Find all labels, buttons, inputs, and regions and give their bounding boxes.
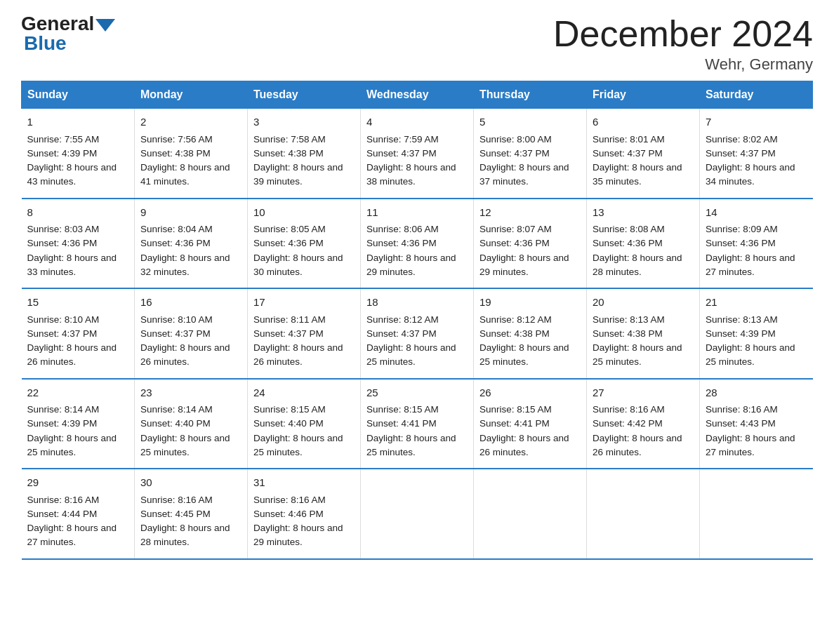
- col-header-sunday: Sunday: [22, 81, 135, 109]
- day-number: 2: [140, 114, 241, 130]
- col-header-saturday: Saturday: [700, 81, 813, 109]
- day-number: 1: [27, 114, 129, 130]
- day-number: 6: [593, 114, 694, 130]
- calendar-week-row: 22Sunrise: 8:14 AMSunset: 4:39 PMDayligh…: [22, 379, 813, 469]
- calendar-cell: 15Sunrise: 8:10 AMSunset: 4:37 PMDayligh…: [22, 288, 135, 379]
- calendar-cell: 26Sunrise: 8:15 AMSunset: 4:41 PMDayligh…: [474, 379, 587, 469]
- calendar-cell: [474, 469, 587, 559]
- calendar-cell: 28Sunrise: 8:16 AMSunset: 4:43 PMDayligh…: [700, 379, 813, 469]
- day-number: 16: [140, 295, 241, 311]
- day-number: 9: [140, 205, 241, 221]
- day-number: 19: [479, 295, 581, 311]
- calendar-cell: 23Sunrise: 8:14 AMSunset: 4:40 PMDayligh…: [135, 379, 248, 469]
- day-number: 29: [27, 475, 129, 491]
- day-number: 5: [479, 114, 581, 130]
- day-number: 21: [706, 295, 807, 311]
- calendar-header-row: SundayMondayTuesdayWednesdayThursdayFrid…: [22, 81, 813, 109]
- calendar-cell: 17Sunrise: 8:11 AMSunset: 4:37 PMDayligh…: [248, 288, 361, 379]
- page-header: General Blue December 2024 Wehr, Germany: [21, 14, 813, 74]
- calendar-cell: 5Sunrise: 8:00 AMSunset: 4:37 PMDaylight…: [474, 109, 587, 199]
- calendar-cell: 4Sunrise: 7:59 AMSunset: 4:37 PMDaylight…: [361, 109, 474, 199]
- col-header-tuesday: Tuesday: [248, 81, 361, 109]
- calendar-cell: 31Sunrise: 8:16 AMSunset: 4:46 PMDayligh…: [248, 469, 361, 559]
- calendar-cell: 11Sunrise: 8:06 AMSunset: 4:36 PMDayligh…: [361, 199, 474, 289]
- calendar-cell: 30Sunrise: 8:16 AMSunset: 4:45 PMDayligh…: [135, 469, 248, 559]
- day-number: 25: [366, 385, 468, 401]
- day-number: 24: [253, 385, 355, 401]
- calendar-cell: 8Sunrise: 8:03 AMSunset: 4:36 PMDaylight…: [22, 199, 135, 289]
- calendar-cell: 7Sunrise: 8:02 AMSunset: 4:37 PMDaylight…: [700, 109, 813, 199]
- calendar-cell: 29Sunrise: 8:16 AMSunset: 4:44 PMDayligh…: [22, 469, 135, 559]
- day-number: 11: [366, 205, 468, 221]
- day-number: 12: [479, 205, 581, 221]
- day-number: 17: [253, 295, 355, 311]
- calendar-cell: 22Sunrise: 8:14 AMSunset: 4:39 PMDayligh…: [22, 379, 135, 469]
- calendar-cell: 13Sunrise: 8:08 AMSunset: 4:36 PMDayligh…: [587, 199, 700, 289]
- calendar-cell: 24Sunrise: 8:15 AMSunset: 4:40 PMDayligh…: [248, 379, 361, 469]
- calendar-cell: 16Sunrise: 8:10 AMSunset: 4:37 PMDayligh…: [135, 288, 248, 379]
- calendar-week-row: 8Sunrise: 8:03 AMSunset: 4:36 PMDaylight…: [22, 199, 813, 289]
- calendar-cell: 19Sunrise: 8:12 AMSunset: 4:38 PMDayligh…: [474, 288, 587, 379]
- day-number: 4: [366, 114, 468, 130]
- logo-blue-text: Blue: [24, 32, 67, 55]
- logo: General Blue: [21, 14, 115, 55]
- col-header-thursday: Thursday: [474, 81, 587, 109]
- calendar-cell: 10Sunrise: 8:05 AMSunset: 4:36 PMDayligh…: [248, 199, 361, 289]
- day-number: 28: [706, 385, 807, 401]
- calendar-cell: 1Sunrise: 7:55 AMSunset: 4:39 PMDaylight…: [22, 109, 135, 199]
- calendar-cell: 20Sunrise: 8:13 AMSunset: 4:38 PMDayligh…: [587, 288, 700, 379]
- col-header-friday: Friday: [587, 81, 700, 109]
- calendar-week-row: 1Sunrise: 7:55 AMSunset: 4:39 PMDaylight…: [22, 109, 813, 199]
- logo-arrow-icon: [95, 19, 115, 32]
- day-number: 20: [593, 295, 694, 311]
- calendar-cell: 12Sunrise: 8:07 AMSunset: 4:36 PMDayligh…: [474, 199, 587, 289]
- day-number: 18: [366, 295, 468, 311]
- calendar-cell: 6Sunrise: 8:01 AMSunset: 4:37 PMDaylight…: [587, 109, 700, 199]
- day-number: 26: [479, 385, 581, 401]
- day-number: 10: [253, 205, 355, 221]
- calendar-cell: 3Sunrise: 7:58 AMSunset: 4:38 PMDaylight…: [248, 109, 361, 199]
- calendar-cell: 27Sunrise: 8:16 AMSunset: 4:42 PMDayligh…: [587, 379, 700, 469]
- calendar-cell: [700, 469, 813, 559]
- day-number: 13: [593, 205, 694, 221]
- calendar-cell: [587, 469, 700, 559]
- logo-general-text: General: [21, 14, 94, 34]
- day-number: 22: [27, 385, 129, 401]
- col-header-monday: Monday: [135, 81, 248, 109]
- day-number: 7: [706, 114, 807, 130]
- calendar-cell: 25Sunrise: 8:15 AMSunset: 4:41 PMDayligh…: [361, 379, 474, 469]
- day-number: 30: [140, 475, 241, 491]
- calendar-cell: 21Sunrise: 8:13 AMSunset: 4:39 PMDayligh…: [700, 288, 813, 379]
- calendar-table: SundayMondayTuesdayWednesdayThursdayFrid…: [21, 81, 813, 560]
- month-title: December 2024: [553, 14, 813, 54]
- day-number: 15: [27, 295, 129, 311]
- day-number: 3: [253, 114, 355, 130]
- calendar-week-row: 15Sunrise: 8:10 AMSunset: 4:37 PMDayligh…: [22, 288, 813, 379]
- calendar-cell: 2Sunrise: 7:56 AMSunset: 4:38 PMDaylight…: [135, 109, 248, 199]
- day-number: 14: [706, 205, 807, 221]
- day-number: 8: [27, 205, 129, 221]
- location: Wehr, Germany: [553, 55, 813, 74]
- day-number: 31: [253, 475, 355, 491]
- calendar-cell: 9Sunrise: 8:04 AMSunset: 4:36 PMDaylight…: [135, 199, 248, 289]
- day-number: 27: [593, 385, 694, 401]
- calendar-cell: 18Sunrise: 8:12 AMSunset: 4:37 PMDayligh…: [361, 288, 474, 379]
- calendar-week-row: 29Sunrise: 8:16 AMSunset: 4:44 PMDayligh…: [22, 469, 813, 559]
- calendar-cell: 14Sunrise: 8:09 AMSunset: 4:36 PMDayligh…: [700, 199, 813, 289]
- col-header-wednesday: Wednesday: [361, 81, 474, 109]
- calendar-cell: [361, 469, 474, 559]
- day-number: 23: [140, 385, 241, 401]
- title-block: December 2024 Wehr, Germany: [553, 14, 813, 74]
